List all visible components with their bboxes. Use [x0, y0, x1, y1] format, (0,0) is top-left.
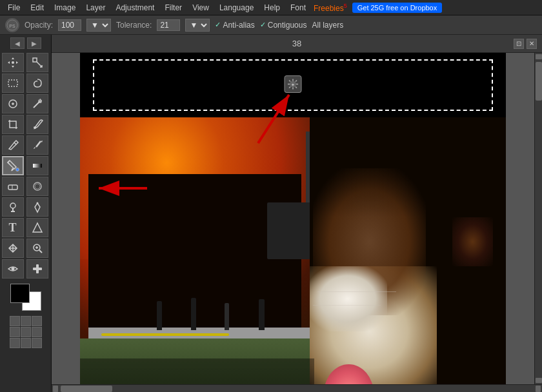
- canvas-area: 38 ⊡ ✕: [52, 35, 542, 392]
- svg-point-18: [36, 202, 38, 204]
- hscroll-track[interactable]: [58, 386, 536, 392]
- horizontal-scrollbar[interactable]: [52, 384, 542, 392]
- contiguous-label: Contiguous: [268, 21, 307, 30]
- svg-rect-11: [8, 185, 17, 190]
- tool-pen[interactable]: [26, 197, 48, 217]
- tolerance-dropdown[interactable]: ▼: [185, 19, 210, 32]
- toolbar: ◀ ▶: [0, 35, 52, 392]
- toolbar-nav-left[interactable]: ◀: [10, 37, 25, 49]
- dog-whisker-1: [317, 291, 396, 292]
- vscroll-thumb[interactable]: [536, 62, 542, 101]
- quick-btn-3[interactable]: [32, 316, 42, 326]
- main-area: ◀ ▶: [0, 35, 542, 392]
- tool-quick-select[interactable]: [2, 94, 24, 113]
- canvas-expand-button[interactable]: ⊡: [514, 39, 524, 49]
- svg-point-8: [34, 126, 36, 129]
- menu-view[interactable]: View: [187, 2, 214, 14]
- tolerance-label: Tolerance:: [116, 21, 152, 30]
- svg-point-23: [11, 268, 14, 271]
- opacity-dropdown[interactable]: ▼: [86, 19, 111, 32]
- all-layers-label: All layers: [312, 21, 343, 30]
- tool-gradient[interactable]: [26, 156, 48, 175]
- menu-filter[interactable]: Filter: [159, 2, 187, 14]
- menu-layer[interactable]: Layer: [81, 2, 110, 14]
- quick-btn-1[interactable]: [10, 316, 20, 326]
- contiguous-check: ✓: [260, 21, 266, 29]
- canvas-scroll-area[interactable]: ✦: [52, 53, 542, 384]
- color-swatches[interactable]: [10, 284, 41, 311]
- canvas-controls: ⊡ ✕: [514, 39, 537, 49]
- svg-point-15: [10, 203, 15, 208]
- magic-wand-cursor-icon: ✦: [284, 75, 302, 95]
- svg-text:PS: PS: [9, 24, 15, 28]
- tool-zoom[interactable]: [26, 239, 48, 258]
- quick-btn-5[interactable]: [21, 327, 31, 337]
- scroll-down-btn[interactable]: [536, 378, 542, 383]
- menu-language[interactable]: Language: [214, 2, 259, 14]
- person-2: [191, 298, 196, 330]
- tool-brush[interactable]: [26, 135, 48, 155]
- photo-scene: [80, 117, 506, 384]
- tool-dodge[interactable]: [2, 197, 24, 217]
- hscroll-thumb[interactable]: [61, 386, 112, 392]
- dropbox-promo[interactable]: Get 25G free on Dropbox: [352, 3, 443, 13]
- scroll-left-btn[interactable]: [53, 386, 58, 392]
- tool-eyedropper[interactable]: [26, 115, 48, 134]
- quick-btn-7[interactable]: [10, 338, 20, 348]
- canvas-close-button[interactable]: ✕: [527, 39, 537, 49]
- quick-btn-6[interactable]: [32, 327, 42, 337]
- dog-white-snout: [310, 266, 387, 331]
- person-1: [157, 301, 162, 330]
- toolbar-nav-right[interactable]: ▶: [27, 37, 41, 49]
- svg-rect-10: [33, 164, 42, 168]
- freebies-badge: 5: [344, 3, 347, 9]
- scroll-right-btn[interactable]: [536, 386, 541, 392]
- menu-freebies[interactable]: Freebies5: [311, 1, 350, 14]
- svg-rect-3: [33, 58, 37, 62]
- tool-eraser[interactable]: [2, 177, 24, 196]
- all-layers-option[interactable]: All layers: [312, 21, 343, 30]
- tool-rect-marquee[interactable]: [2, 74, 24, 93]
- menu-image[interactable]: Image: [49, 2, 81, 14]
- tool-shape[interactable]: [26, 218, 48, 237]
- tool-transform[interactable]: [26, 53, 48, 72]
- tool-blur[interactable]: [26, 177, 48, 196]
- tool-text[interactable]: T: [2, 218, 24, 237]
- quick-btn-9[interactable]: [32, 338, 42, 348]
- quick-btn-4[interactable]: [10, 327, 20, 337]
- dog-area: [310, 117, 506, 384]
- tool-fill-bucket[interactable]: [2, 156, 24, 175]
- vertical-scrollbar[interactable]: [534, 53, 542, 384]
- quick-btn-8[interactable]: [21, 338, 31, 348]
- menu-edit[interactable]: Edit: [25, 2, 49, 14]
- quick-btn-2[interactable]: [21, 316, 31, 326]
- menu-adjustment[interactable]: Adjustment: [110, 2, 159, 14]
- antialias-option[interactable]: ✓ Anti-alias: [215, 21, 254, 30]
- antialias-label: Anti-alias: [223, 21, 254, 30]
- tool-pan[interactable]: [2, 239, 24, 258]
- menu-file[interactable]: File: [3, 2, 25, 14]
- canvas-title: 38: [292, 39, 301, 48]
- menu-help[interactable]: Help: [259, 2, 285, 14]
- tolerance-input[interactable]: [157, 19, 180, 31]
- antialias-check: ✓: [215, 21, 221, 29]
- canvas-viewport[interactable]: ✦: [52, 53, 534, 384]
- vscroll-track[interactable]: [536, 59, 542, 378]
- tool-lasso[interactable]: [26, 74, 48, 93]
- dog-whisker-2: [313, 305, 381, 306]
- tool-grid: T: [2, 53, 50, 279]
- tool-magic-wand[interactable]: [26, 94, 48, 113]
- scroll-up-btn[interactable]: [536, 54, 542, 59]
- tool-pencil[interactable]: [2, 135, 24, 155]
- fg-color-swatch[interactable]: [10, 284, 30, 303]
- tool-eye[interactable]: [2, 259, 24, 279]
- contiguous-option[interactable]: ✓ Contiguous: [260, 21, 307, 30]
- svg-point-9: [15, 168, 19, 172]
- menu-font[interactable]: Font: [285, 2, 311, 14]
- canvas-header: 38 ⊡ ✕: [52, 35, 542, 53]
- tool-move[interactable]: [2, 53, 24, 72]
- opacity-input[interactable]: [58, 19, 81, 31]
- dog-head-top: [310, 117, 506, 217]
- tool-healing[interactable]: [26, 259, 48, 279]
- tool-crop[interactable]: [2, 115, 24, 134]
